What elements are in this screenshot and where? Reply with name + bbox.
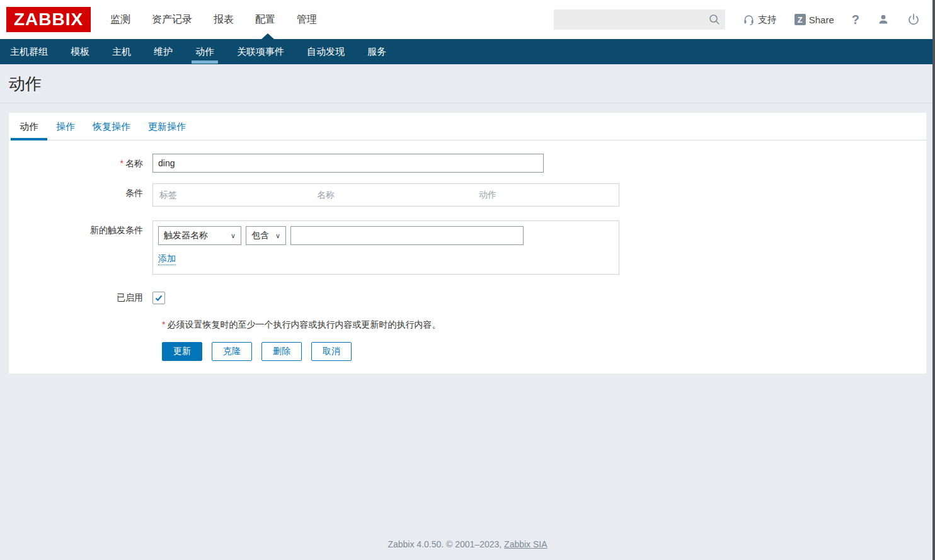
- tab-action[interactable]: 动作: [11, 113, 47, 140]
- support-link[interactable]: 支持: [743, 14, 777, 26]
- conditions-header-action: 动作: [479, 190, 496, 201]
- header-actions: 支持 Z Share ?: [554, 9, 920, 30]
- share-label: Share: [809, 14, 834, 25]
- nav-administration[interactable]: 管理: [297, 0, 317, 39]
- conditions-header-name: 名称: [317, 190, 479, 201]
- subnav-services[interactable]: 服务: [366, 39, 387, 64]
- new-condition-label: 新的触发条件: [9, 220, 152, 236]
- search-input[interactable]: [554, 9, 704, 30]
- new-condition-row: 新的触发条件 触发器名称∨ 包含∨ 添加: [9, 220, 926, 275]
- form-buttons: 更新 克隆 删除 取消: [162, 342, 926, 361]
- top-header: ZABBIX 监测 资产记录 报表 配置 管理 支持 Z Share: [0, 0, 935, 39]
- action-form-card: 动作 操作 恢复操作 更新操作 *名称 条件 标签 名称 动作 新的触发条件 触…: [9, 113, 926, 374]
- chevron-down-icon: ∨: [275, 232, 280, 240]
- nav-inventory[interactable]: 资产记录: [152, 0, 192, 39]
- subnav-host-groups[interactable]: 主机群组: [9, 39, 49, 64]
- name-input[interactable]: [152, 154, 544, 173]
- help-icon[interactable]: ?: [852, 13, 859, 27]
- logout-button[interactable]: [907, 13, 920, 26]
- subnav-maintenance[interactable]: 维护: [152, 39, 174, 64]
- enabled-checkbox[interactable]: [152, 292, 165, 304]
- z-square-icon: Z: [794, 14, 806, 25]
- page-title: 动作: [9, 73, 935, 95]
- new-condition-box: 触发器名称∨ 包含∨ 添加: [152, 220, 619, 275]
- subnav-actions[interactable]: 动作: [194, 39, 215, 64]
- tab-update-operations[interactable]: 更新操作: [139, 113, 195, 140]
- conditions-table: 标签 名称 动作: [152, 183, 619, 207]
- required-asterisk: *: [120, 158, 123, 168]
- form-warning: *必须设置恢复时的至少一个执行内容或执行内容或更新时的执行内容。: [162, 319, 926, 331]
- required-asterisk: *: [162, 319, 165, 329]
- search-icon[interactable]: [709, 14, 720, 25]
- person-icon: [877, 13, 890, 26]
- subnav-discovery[interactable]: 自动发现: [306, 39, 346, 64]
- share-link[interactable]: Z Share: [794, 14, 834, 25]
- chevron-down-icon: ∨: [231, 232, 236, 240]
- nav-reports[interactable]: 报表: [214, 0, 234, 39]
- main-nav: 监测 资产记录 报表 配置 管理: [110, 0, 317, 39]
- update-button[interactable]: 更新: [162, 342, 202, 361]
- subnav-templates[interactable]: 模板: [69, 39, 91, 64]
- nav-monitoring[interactable]: 监测: [110, 0, 130, 39]
- subnav-hosts[interactable]: 主机: [111, 39, 132, 64]
- enabled-row: 已启用: [9, 292, 926, 304]
- delete-button[interactable]: 删除: [261, 342, 302, 361]
- footer-zabbix-sia-link[interactable]: Zabbix SIA: [504, 539, 547, 549]
- footer-copyright: Zabbix 4.0.50. © 2001–2023,: [387, 539, 504, 549]
- window-scrollbar[interactable]: [932, 0, 935, 560]
- global-search: [554, 9, 725, 30]
- footer: Zabbix 4.0.50. © 2001–2023, Zabbix SIA: [0, 539, 935, 549]
- profile-button[interactable]: [877, 13, 890, 26]
- name-label: *名称: [9, 154, 152, 169]
- zabbix-logo[interactable]: ZABBIX: [6, 7, 91, 32]
- conditions-header-label: 标签: [153, 190, 317, 201]
- form-tabs: 动作 操作 恢复操作 更新操作: [9, 113, 926, 140]
- config-subnav: 主机群组 模板 主机 维护 动作 关联项事件 自动发现 服务: [0, 39, 935, 64]
- subnav-event-correlation[interactable]: 关联项事件: [236, 39, 285, 64]
- tab-recovery-operations[interactable]: 恢复操作: [84, 113, 139, 140]
- support-label: 支持: [758, 14, 777, 26]
- condition-operator-select[interactable]: 包含∨: [246, 226, 286, 245]
- add-condition-link[interactable]: 添加: [158, 253, 176, 265]
- tab-operations[interactable]: 操作: [47, 113, 84, 140]
- condition-value-input[interactable]: [290, 226, 524, 245]
- check-icon: [154, 294, 163, 302]
- cancel-button[interactable]: 取消: [311, 342, 352, 361]
- enabled-label: 已启用: [9, 292, 152, 304]
- conditions-label: 条件: [9, 183, 152, 199]
- page-header: 动作: [0, 64, 935, 103]
- power-icon: [907, 13, 920, 26]
- clone-button[interactable]: 克隆: [212, 342, 252, 361]
- conditions-row: 条件 标签 名称 动作: [9, 183, 926, 207]
- condition-type-select[interactable]: 触发器名称∨: [158, 226, 241, 245]
- name-row: *名称: [9, 154, 926, 173]
- headset-icon: [743, 14, 755, 26]
